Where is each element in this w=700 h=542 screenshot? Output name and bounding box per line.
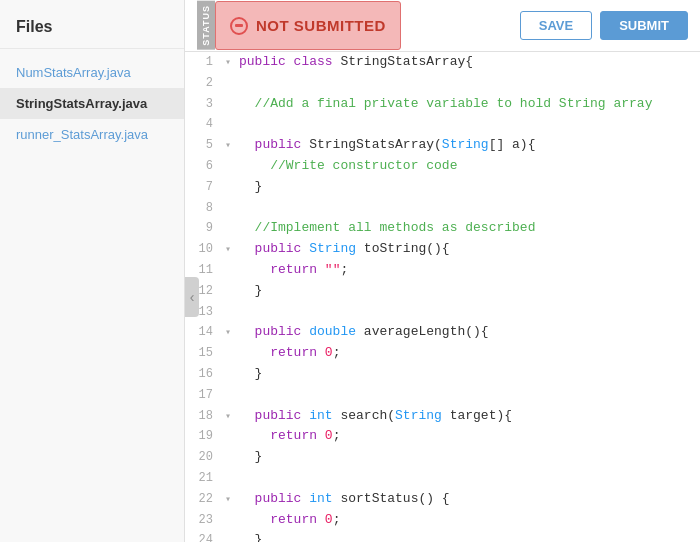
line-number: 17: [185, 385, 221, 405]
line-number: 9: [185, 218, 221, 238]
file-item[interactable]: StringStatsArray.java: [0, 88, 184, 119]
line-code: public class StringStatsArray{: [235, 52, 700, 73]
status-label: STATUS: [197, 1, 215, 50]
line-code: [235, 114, 700, 135]
line-code: //Implement all methods as described: [235, 218, 700, 239]
line-code: public double averageLength(){: [235, 322, 700, 343]
line-code: return "";: [235, 260, 700, 281]
line-code: public int sortStatus() {: [235, 489, 700, 510]
status-badge: NOT SUBMITTED: [215, 1, 401, 50]
line-number: 1: [185, 52, 221, 72]
line-number: 10: [185, 239, 221, 259]
line-number: 5: [185, 135, 221, 155]
line-number: 23: [185, 510, 221, 530]
line-arrow: ▾: [221, 325, 235, 341]
code-line: 23 return 0;: [185, 510, 700, 531]
line-code: return 0;: [235, 343, 700, 364]
line-code: //Write constructor code: [235, 156, 700, 177]
code-line: 7 }: [185, 177, 700, 198]
sidebar: Files NumStatsArray.javaStringStatsArray…: [0, 0, 185, 542]
line-code: }: [235, 364, 700, 385]
code-line: 13: [185, 302, 700, 323]
code-line: 4: [185, 114, 700, 135]
line-arrow: ▾: [221, 409, 235, 425]
code-line: 21: [185, 468, 700, 489]
line-code: [235, 198, 700, 219]
app-container: Files NumStatsArray.javaStringStatsArray…: [0, 0, 700, 542]
line-code: }: [235, 447, 700, 468]
line-arrow: ▾: [221, 492, 235, 508]
line-code: }: [235, 530, 700, 542]
code-content: 1▾public class StringStatsArray{2 3 //Ad…: [185, 52, 700, 542]
line-number: 24: [185, 530, 221, 542]
line-number: 19: [185, 426, 221, 446]
line-code: [235, 468, 700, 489]
header-buttons: SAVE SUBMIT: [520, 11, 688, 40]
line-code: return 0;: [235, 426, 700, 447]
line-number: 7: [185, 177, 221, 197]
code-editor[interactable]: 1▾public class StringStatsArray{2 3 //Ad…: [185, 52, 700, 542]
code-line: 15 return 0;: [185, 343, 700, 364]
code-line: 9 //Implement all methods as described: [185, 218, 700, 239]
code-line: 1▾public class StringStatsArray{: [185, 52, 700, 73]
line-number: 20: [185, 447, 221, 467]
file-item[interactable]: NumStatsArray.java: [0, 57, 184, 88]
save-button[interactable]: SAVE: [520, 11, 592, 40]
code-line: 20 }: [185, 447, 700, 468]
line-code: return 0;: [235, 510, 700, 531]
line-arrow: ▾: [221, 55, 235, 71]
line-number: 4: [185, 114, 221, 134]
status-text: NOT SUBMITTED: [256, 17, 386, 34]
code-line: 16 }: [185, 364, 700, 385]
line-code: public StringStatsArray(String[] a){: [235, 135, 700, 156]
code-line: 11 return "";: [185, 260, 700, 281]
line-number: 2: [185, 73, 221, 93]
sidebar-title: Files: [0, 0, 184, 49]
line-code: //Add a final private variable to hold S…: [235, 94, 700, 115]
code-line: 17: [185, 385, 700, 406]
code-line: 22▾ public int sortStatus() {: [185, 489, 700, 510]
line-number: 8: [185, 198, 221, 218]
submit-button[interactable]: SUBMIT: [600, 11, 688, 40]
line-code: [235, 302, 700, 323]
line-number: 21: [185, 468, 221, 488]
code-line: 5▾ public StringStatsArray(String[] a){: [185, 135, 700, 156]
file-list: NumStatsArray.javaStringStatsArray.javar…: [0, 49, 184, 158]
main-content: STATUS NOT SUBMITTED SAVE SUBMIT 1▾publi…: [185, 0, 700, 542]
code-line: 6 //Write constructor code: [185, 156, 700, 177]
code-line: 19 return 0;: [185, 426, 700, 447]
code-line: 12 }: [185, 281, 700, 302]
line-number: 22: [185, 489, 221, 509]
line-code: [235, 73, 700, 94]
line-number: 16: [185, 364, 221, 384]
line-number: 3: [185, 94, 221, 114]
code-line: 14▾ public double averageLength(){: [185, 322, 700, 343]
line-arrow: ▾: [221, 138, 235, 154]
code-line: 3 //Add a final private variable to hold…: [185, 94, 700, 115]
code-line: 10▾ public String toString(){: [185, 239, 700, 260]
code-line: 2: [185, 73, 700, 94]
line-number: 6: [185, 156, 221, 176]
line-code: public String toString(){: [235, 239, 700, 260]
not-submitted-icon: [230, 17, 248, 35]
header-bar: STATUS NOT SUBMITTED SAVE SUBMIT: [185, 0, 700, 52]
line-number: 14: [185, 322, 221, 342]
line-arrow: ▾: [221, 242, 235, 258]
code-line: 18▾ public int search(String target){: [185, 406, 700, 427]
line-code: }: [235, 177, 700, 198]
collapse-handle[interactable]: [185, 277, 199, 317]
line-code: [235, 385, 700, 406]
line-number: 15: [185, 343, 221, 363]
file-item[interactable]: runner_StatsArray.java: [0, 119, 184, 150]
line-number: 18: [185, 406, 221, 426]
status-panel: STATUS NOT SUBMITTED: [197, 1, 520, 50]
code-line: 24 }: [185, 530, 700, 542]
line-code: public int search(String target){: [235, 406, 700, 427]
line-code: }: [235, 281, 700, 302]
code-line: 8: [185, 198, 700, 219]
